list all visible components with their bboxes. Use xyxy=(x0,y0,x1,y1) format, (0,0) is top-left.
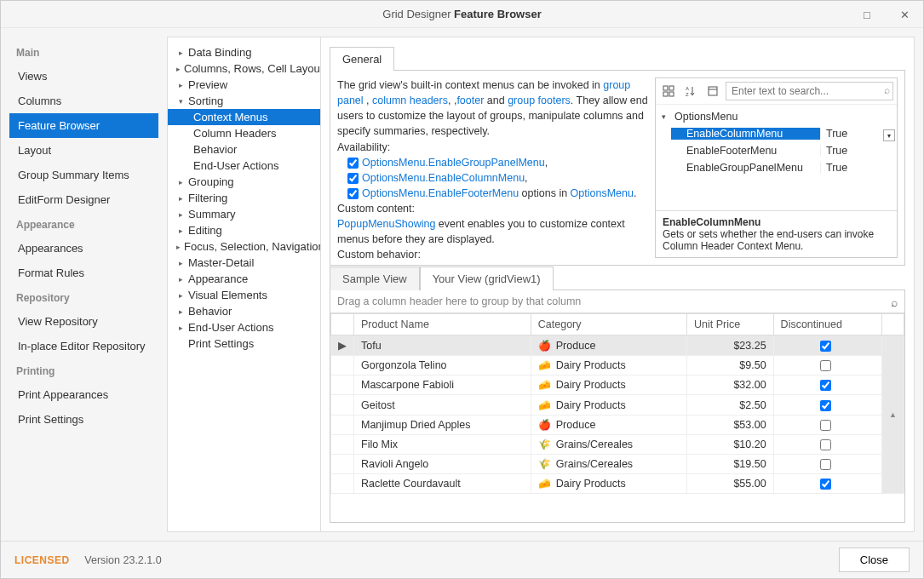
link-opt-group-panel[interactable]: OptionsMenu.EnableGroupPanelMenu xyxy=(362,157,545,169)
grain-icon xyxy=(538,439,556,450)
chevron-right-icon: ▸ xyxy=(176,259,185,267)
sidebar-item-view-repository[interactable]: View Repository xyxy=(9,309,158,334)
table-row[interactable]: Filo MixGrains/Cereales$10.20 xyxy=(331,434,904,454)
tree-item-columns-rows-cell-layout[interactable]: ▸Columns, Rows, Cell Layout xyxy=(168,60,320,77)
row-indicator-icon xyxy=(331,395,354,415)
chk-enable-group-panel-menu[interactable] xyxy=(347,158,359,169)
link-opt-footer[interactable]: OptionsMenu.EnableFooterMenu xyxy=(362,187,519,199)
sidebar-item-layout[interactable]: Layout xyxy=(9,138,158,163)
chevron-right-icon: ▸ xyxy=(176,49,185,57)
sidebar-group-title: Repository xyxy=(9,285,158,309)
tree-item-focus-selection-navigation[interactable]: ▸Focus, Selection, Navigation xyxy=(168,238,320,255)
prop-help-title: EnableColumnMenu xyxy=(663,216,890,228)
table-row[interactable]: Gorgonzola TelinoDairy Products$9.50 xyxy=(331,356,904,375)
tree-item-preview[interactable]: ▸Preview xyxy=(168,77,320,93)
prop-help-text: Gets or sets whether the end-users can i… xyxy=(663,228,890,252)
discontinued-checkbox[interactable] xyxy=(820,439,831,450)
tree-item-master-detail[interactable]: ▸Master-Detail xyxy=(168,255,320,271)
sidebar-item-views[interactable]: Views xyxy=(9,64,158,89)
link-column-headers[interactable]: column headers xyxy=(372,95,448,106)
sidebar-item-group-summary-items[interactable]: Group Summary Items xyxy=(9,163,158,187)
sidebar-item-print-appearances[interactable]: Print Appearances xyxy=(9,382,158,407)
grid-search-icon[interactable]: ⌕ xyxy=(891,295,898,309)
tree-item-data-binding[interactable]: ▸Data Binding xyxy=(168,44,320,60)
discontinued-checkbox[interactable] xyxy=(820,380,831,391)
tree-item-filtering[interactable]: ▸Filtering xyxy=(168,190,320,206)
custom-behavior-label: Custom behavior: xyxy=(337,249,421,258)
grain-icon xyxy=(538,458,556,470)
column-header-discontinued[interactable]: Discontinued xyxy=(773,314,881,335)
chk-enable-footer-menu[interactable] xyxy=(347,188,359,199)
categorized-icon[interactable] xyxy=(659,82,678,100)
table-row[interactable]: Ravioli AngeloGrains/Cereales$19.50 xyxy=(331,455,904,474)
tree-item-appearance[interactable]: ▸Appearance xyxy=(168,271,320,287)
tree-item-grouping[interactable]: ▸Grouping xyxy=(168,174,320,190)
chevron-down-icon: ▾ xyxy=(176,97,185,106)
sidebar-item-print-settings[interactable]: Print Settings xyxy=(9,407,158,432)
data-grid[interactable]: Product NameCategoryUnit PriceDiscontinu… xyxy=(330,313,904,494)
property-search-input[interactable] xyxy=(726,82,893,100)
prop-row-optionsmenu[interactable]: ▾OptionsMenu xyxy=(656,108,897,125)
column-header-category[interactable]: Category xyxy=(531,314,686,335)
column-header-unit-price[interactable]: Unit Price xyxy=(686,314,773,335)
sidebar-item-columns[interactable]: Columns xyxy=(9,89,158,113)
tree-item-behavior[interactable]: Behavior xyxy=(168,141,320,158)
sidebar: MainViewsColumnsFeature BrowserLayoutGro… xyxy=(9,37,158,532)
designer-window: Grid Designer Feature Browser □ ✕ MainVi… xyxy=(0,0,924,579)
sidebar-item-editform-designer[interactable]: EditForm Designer xyxy=(9,187,158,212)
discontinued-checkbox[interactable] xyxy=(820,479,831,490)
link-options-menu[interactable]: OptionsMenu xyxy=(571,187,634,199)
tree-item-end-user-actions[interactable]: End-User Actions xyxy=(168,158,320,174)
prop-row-enablecolumnmenu[interactable]: EnableColumnMenuTrue▾ xyxy=(656,125,897,142)
link-popup-menu-showing[interactable]: PopupMenuShowing xyxy=(337,218,435,230)
tree-item-end-user-actions[interactable]: ▸End-User Actions xyxy=(168,319,320,335)
sidebar-item-appearances[interactable]: Appearances xyxy=(9,236,158,261)
sidebar-item-in-place-editor-repository[interactable]: In-place Editor Repository xyxy=(9,334,158,358)
property-pages-icon[interactable] xyxy=(703,82,722,100)
prop-row-enablegrouppanelmenu[interactable]: EnableGroupPanelMenuTrue xyxy=(656,159,897,176)
tree-item-sorting[interactable]: ▾Sorting xyxy=(168,93,320,109)
svg-rect-1 xyxy=(669,86,674,90)
link-footer[interactable]: footer xyxy=(456,95,484,106)
tree-item-behavior[interactable]: ▸Behavior xyxy=(168,303,320,319)
table-row[interactable]: Raclette CourdavaultDairy Products$55.00 xyxy=(331,474,904,494)
tree-item-visual-elements[interactable]: ▸Visual Elements xyxy=(168,287,320,303)
close-button[interactable]: ✕ xyxy=(886,1,923,28)
table-row[interactable]: ▶TofuProduce$23.25▲ xyxy=(331,335,904,356)
titlebar: Grid Designer Feature Browser □ ✕ xyxy=(1,1,923,28)
dropdown-icon[interactable]: ▾ xyxy=(883,129,895,141)
main-panel: ▸Data Binding▸Columns, Rows, Cell Layout… xyxy=(167,37,915,532)
tree-item-column-headers[interactable]: Column Headers xyxy=(168,125,320,141)
discontinued-checkbox[interactable] xyxy=(820,400,831,411)
discontinued-checkbox[interactable] xyxy=(820,459,831,470)
table-row[interactable]: Manjimup Dried ApplesProduce$53.00 xyxy=(331,415,904,434)
tree-item-print-settings[interactable]: Print Settings xyxy=(168,335,320,352)
tree-item-summary[interactable]: ▸Summary xyxy=(168,206,320,222)
table-row[interactable]: GeitostDairy Products$2.50 xyxy=(331,395,904,415)
sidebar-item-feature-browser[interactable]: Feature Browser xyxy=(9,113,158,138)
maximize-button[interactable]: □ xyxy=(848,1,886,28)
close-dialog-button[interactable]: Close xyxy=(839,547,910,572)
search-icon: ⌕ xyxy=(884,84,890,96)
table-row[interactable]: Mascarpone FabioliDairy Products$32.00 xyxy=(331,375,904,395)
preview-tab-your-view-gridview1-[interactable]: Your View (gridView1) xyxy=(420,267,554,290)
sidebar-item-format-rules[interactable]: Format Rules xyxy=(9,261,158,285)
prop-row-enablefootermenu[interactable]: EnableFooterMenuTrue xyxy=(656,142,897,159)
fruit-icon xyxy=(538,419,556,431)
chk-enable-column-menu[interactable] xyxy=(347,173,359,184)
chevron-right-icon: ▸ xyxy=(176,81,185,89)
column-header-product-name[interactable]: Product Name xyxy=(354,314,531,335)
link-group-footers[interactable]: group footers xyxy=(508,95,571,106)
link-opt-column[interactable]: OptionsMenu.EnableColumnMenu xyxy=(362,172,525,184)
group-panel[interactable]: Drag a column header here to group by th… xyxy=(330,290,904,313)
sidebar-group-title: Printing xyxy=(9,358,158,382)
preview-tab-sample-view[interactable]: Sample View xyxy=(330,267,420,290)
discontinued-checkbox[interactable] xyxy=(820,360,831,371)
tree-item-editing[interactable]: ▸Editing xyxy=(168,222,320,238)
tab-general[interactable]: General xyxy=(330,47,394,71)
vertical-scrollbar[interactable]: ▲ xyxy=(882,335,904,494)
tree-item-context-menus[interactable]: Context Menus xyxy=(168,109,320,125)
discontinued-checkbox[interactable] xyxy=(820,341,831,352)
alphabetical-icon[interactable]: AZ xyxy=(681,82,700,100)
discontinued-checkbox[interactable] xyxy=(820,420,831,431)
